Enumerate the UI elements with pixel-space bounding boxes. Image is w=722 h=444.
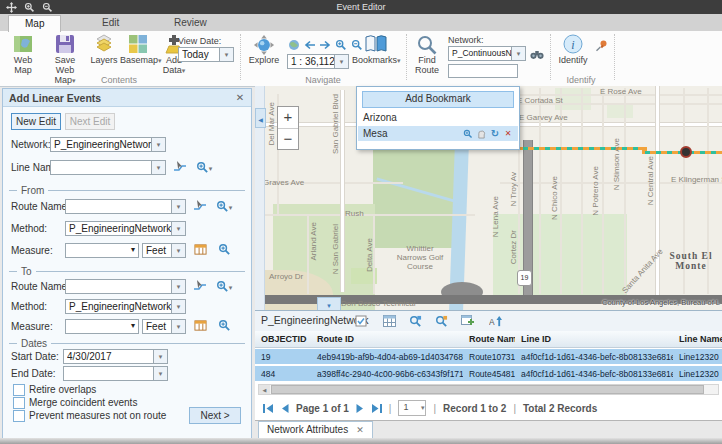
delete-bookmark-icon[interactable] [502,128,514,139]
table-row[interactable]: 19 4eb9419b-af9b-4d04-ab69-1d403476802b … [255,349,722,364]
scroll-left-icon[interactable] [259,385,270,394]
start-date-input[interactable]: 4/30/2017 [63,349,168,364]
from-measure-input[interactable] [65,243,139,258]
chevron-left-icon [258,112,263,124]
column-header-route-id[interactable]: Route ID [311,334,463,344]
tab-map[interactable]: Map [8,15,61,32]
pager-separator: | [433,403,436,414]
last-page-button[interactable] [371,404,382,413]
table-grid-icon[interactable] [381,314,397,328]
line-name-select[interactable] [50,160,166,175]
close-panel-icon[interactable] [233,90,247,106]
to-method-select[interactable]: P_EngineeringNetwork [65,299,186,314]
to-route-name-select[interactable] [65,279,186,294]
column-header-route-name[interactable]: Route Name [463,334,515,344]
previous-extent-globe-icon[interactable] [287,38,301,51]
update-bookmark-icon[interactable] [489,128,501,139]
previous-page-button[interactable] [281,404,289,413]
column-header-line-name[interactable]: Line Name [673,334,722,344]
scrollbar-thumb[interactable] [271,385,704,394]
collapse-table-button[interactable] [317,297,341,310]
from-unit-select[interactable]: Feet [142,243,186,258]
network-select[interactable]: P_ContinuousNetwork [448,46,526,61]
to-unit-select[interactable]: Feet [142,319,186,334]
start-date-value: 4/30/2017 [67,350,153,363]
pan-to-bookmark-icon[interactable] [475,128,487,139]
horizontal-scrollbar[interactable] [258,384,719,395]
retire-overlaps-checkbox[interactable] [13,384,25,396]
map-label: N Central Ave [646,156,655,205]
select-line-on-map-icon[interactable] [171,159,189,175]
map-label: Arland Ave [309,222,318,261]
prevent-measures-checkbox[interactable] [13,410,25,422]
explore-button[interactable]: Explore [246,34,282,65]
to-measure-grid-icon[interactable] [191,317,209,333]
road-central [655,86,660,295]
view-date-select[interactable]: Today [178,47,234,62]
zoom-to-line-icon[interactable] [195,159,213,175]
next-page-button[interactable] [356,404,364,413]
merge-coincident-events-checkbox[interactable] [13,397,25,409]
to-measure-input[interactable] [65,319,139,334]
add-bookmark-button[interactable]: Add Bookmark [362,91,514,108]
from-measure-grid-icon[interactable] [191,241,209,257]
close-tab-icon[interactable] [356,425,364,435]
next-step-button[interactable]: Next > [189,407,241,424]
zoom-options-caret-icon [229,280,233,292]
road-san-gabriel [340,90,345,292]
page-number-select[interactable]: 1 [398,400,426,416]
web-map-label: Web Map [14,55,32,75]
sort-icon[interactable]: A [487,314,503,328]
pushpin-icon[interactable] [594,39,608,52]
collapse-left-panel-button[interactable] [255,108,266,128]
new-edit-button[interactable]: New Edit [11,113,61,130]
map-scale-select[interactable]: 1 : 36,112 [287,54,349,69]
end-date-input[interactable] [63,366,168,381]
cell-route-name: Route107312 [463,352,515,362]
ribbon-tab-row: Map Edit Review [0,14,722,31]
web-map-button[interactable]: Web Map [4,34,42,75]
network-field-label: Network: [11,139,50,150]
zoom-to-to-route-icon[interactable] [215,278,233,294]
binoculars-icon[interactable] [530,48,544,61]
column-header-objectid[interactable]: OBJECTID [255,334,311,344]
route-point-marker[interactable] [680,146,692,158]
column-header-line-id[interactable]: Line ID [515,334,673,344]
zoom-to-from-route-icon[interactable] [215,198,233,214]
tab-network-attributes[interactable]: Network Attributes [258,421,373,439]
zoom-to-to-measure-icon[interactable] [215,317,233,333]
select-from-route-on-map-icon[interactable] [191,198,209,214]
bookmark-item-arizona[interactable]: Arizona [358,110,518,125]
zoom-in-icon[interactable] [334,38,348,51]
layers-button[interactable]: Layers [88,34,120,65]
find-route-button[interactable]: Find Route [410,34,444,75]
find-route-input[interactable] [448,64,518,78]
from-method-select[interactable]: P_EngineeringNetwork [65,221,186,236]
tab-review[interactable]: Review [158,15,223,31]
record-range-text: Record 1 to 2 [443,403,506,414]
map-zoom-in-button[interactable]: + [278,107,298,129]
zoom-to-bookmark-icon[interactable] [462,128,474,139]
tab-edit[interactable]: Edit [86,15,135,31]
select-to-route-on-map-icon[interactable] [191,278,209,294]
bookmark-item-mesa[interactable]: Mesa [358,126,518,141]
map-zoom-out-button[interactable]: − [278,129,298,150]
prevent-measures-label: Prevent measures not on route [29,410,166,421]
zoom-to-selection-icon[interactable] [407,314,423,328]
next-edit-button[interactable]: Next Edit [65,113,115,130]
back-arrow-icon[interactable] [303,38,317,51]
basemap-button[interactable]: Basemap [120,34,156,65]
first-page-button[interactable] [263,404,274,413]
pan-to-selection-icon[interactable] [433,314,449,328]
panel-network-select[interactable]: P_EngineeringNetwork [50,137,166,152]
identify-button[interactable]: i Identify [556,34,590,65]
zoom-to-from-measure-icon[interactable] [215,241,233,257]
forward-arrow-icon[interactable] [318,38,332,51]
bookmarks-button[interactable]: Bookmarks [352,34,400,65]
save-web-map-icon [45,34,85,54]
from-route-name-select[interactable] [65,199,186,214]
add-records-icon[interactable] [459,314,475,328]
select-records-icon[interactable] [353,314,369,328]
from-route-name-value [69,200,171,213]
table-row[interactable]: 484 a398ff4c-2940-4c00-96b6-c6343f9f1711… [255,366,722,381]
